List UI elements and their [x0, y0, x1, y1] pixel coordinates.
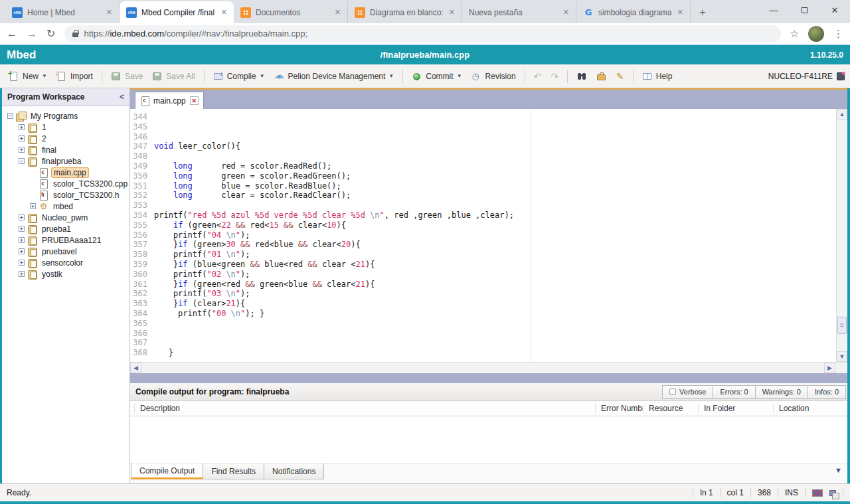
tree-item-mbed[interactable]: +⚙mbed — [2, 201, 129, 212]
tab-notifications[interactable]: Notifications — [264, 463, 324, 479]
expand-icon[interactable]: + — [19, 147, 25, 153]
collapse-icon[interactable]: − — [19, 158, 25, 164]
import-button[interactable]: ↓ Import — [53, 68, 96, 84]
scroll-down-icon[interactable]: ▼ — [837, 351, 847, 362]
browser-menu-icon[interactable]: ⋮ — [833, 28, 843, 40]
forward-icon[interactable]: → — [27, 28, 37, 40]
tree-item-final[interactable]: +final — [2, 144, 129, 155]
save-button[interactable]: Save — [108, 68, 146, 84]
tree-item-scolor-tcs3200-h[interactable]: hscolor_TCS3200.h — [2, 189, 129, 201]
tab-close-icon[interactable]: ✕ — [676, 8, 685, 17]
tab-close-icon[interactable]: ✕ — [562, 8, 570, 17]
tree-item-1[interactable]: +1 — [2, 122, 129, 133]
profile-avatar[interactable] — [808, 26, 824, 42]
undo-button[interactable]: ↶ — [531, 68, 545, 84]
tree-item-my-programs[interactable]: −My Programs — [2, 110, 129, 122]
code-editor[interactable]: 344345346347void leer_color(){348349 lon… — [130, 109, 847, 362]
line-number: 355 — [130, 220, 147, 230]
tree-item-yostik[interactable]: +yostik — [2, 268, 129, 280]
column-in-folder[interactable]: In Folder — [698, 404, 773, 414]
tab-close-icon[interactable]: ✕ — [220, 8, 228, 17]
tree-item-finalprueba[interactable]: −finalprueba — [2, 155, 129, 167]
url-field[interactable]: https://ide.mbed.com/compiler/#nav:/fina… — [64, 25, 780, 42]
scroll-left-icon[interactable]: ◀ — [130, 363, 141, 373]
horizontal-scrollbar[interactable]: ◀ ▶ — [130, 362, 847, 373]
code-line: 367 — [130, 338, 836, 348]
line-number: 362 — [130, 289, 147, 299]
expand-icon[interactable]: + — [19, 237, 25, 243]
back-icon[interactable]: ← — [7, 28, 17, 40]
help-button[interactable]: Help — [639, 68, 676, 84]
browser-tab-home[interactable]: ARM Home | Mbed ✕ — [5, 1, 120, 23]
column-location[interactable]: Location — [773, 404, 847, 414]
format-button[interactable] — [593, 68, 610, 84]
save-all-button[interactable]: Save All — [149, 68, 198, 84]
warnings-filter-button[interactable]: Warnings: 0 — [755, 385, 808, 399]
tree-item-pruebaaaa121[interactable]: +PRUEBAaaa121 — [2, 234, 129, 246]
find-button[interactable] — [573, 68, 590, 84]
tab-compile-output[interactable]: Compile Output — [131, 463, 203, 479]
restore-button[interactable] — [789, 0, 819, 20]
tree-item-sensorcolor[interactable]: +sensorcolor — [2, 257, 129, 268]
tree-item-label: mbed — [51, 202, 75, 211]
tree-item-main-cpp[interactable]: cmain.cpp — [2, 167, 129, 178]
editor-tab-close-icon[interactable]: ✕ — [190, 96, 199, 105]
flag-icon[interactable] — [812, 489, 823, 497]
redo-button[interactable]: ↷ — [547, 68, 562, 84]
expand-icon[interactable]: + — [19, 248, 25, 254]
tree-item-nucleo-pwm[interactable]: +Nucleo_pwm — [2, 212, 129, 223]
new-tab-button[interactable]: + — [693, 3, 712, 22]
browser-tab-diagrama[interactable]: Diagrama en blanco: ✕ — [348, 1, 462, 23]
panel-splitter[interactable] — [130, 373, 847, 383]
scroll-right-icon[interactable]: ▶ — [824, 363, 835, 373]
tree-item-scolor-tcs3200-cpp[interactable]: cscolor_TCS3200.cpp — [2, 178, 129, 189]
layers-icon[interactable] — [829, 490, 836, 496]
refresh-icon[interactable]: ↻ — [46, 27, 55, 40]
new-button[interactable]: + New▼ — [5, 68, 50, 84]
verbose-checkbox[interactable] — [669, 388, 676, 395]
code-line: 356 printf("04 \n"); — [130, 230, 836, 240]
scrollbar-thumb[interactable] — [837, 317, 847, 334]
tab-close-icon[interactable]: ✕ — [448, 8, 456, 17]
browser-tab-simbologia[interactable]: G simbologia diagrama ✕ — [576, 1, 691, 23]
tree-item-prueba1[interactable]: +prueba1 — [2, 223, 129, 234]
browser-tab-nueva[interactable]: Nueva pestaña ✕ — [462, 1, 576, 23]
edit-button[interactable]: ✎ — [613, 68, 628, 84]
column-error-number[interactable]: Error Number — [595, 404, 643, 414]
lucidchart-favicon — [240, 7, 251, 18]
column-description[interactable]: Description — [134, 404, 595, 414]
expand-icon[interactable]: + — [19, 135, 25, 141]
editor-tab-main-cpp[interactable]: c main.cpp ✕ — [135, 92, 204, 109]
expand-icon[interactable]: + — [19, 271, 25, 277]
tab-close-icon[interactable]: ✕ — [105, 8, 114, 17]
infos-filter-button[interactable]: Infos: 0 — [808, 385, 846, 399]
expand-icon[interactable]: + — [19, 260, 25, 266]
collapse-icon[interactable]: − — [7, 113, 13, 119]
expand-icon[interactable]: + — [30, 203, 36, 209]
mbed-logo[interactable]: Mbed — [7, 48, 133, 62]
tree-item-pruebavel[interactable]: +pruebavel — [2, 246, 129, 257]
minimize-button[interactable]: — — [758, 0, 789, 20]
revision-button[interactable]: ◷ Revision — [468, 68, 519, 84]
expand-icon[interactable]: + — [19, 124, 25, 130]
tab-close-icon[interactable]: ✕ — [333, 8, 342, 17]
collapse-sidebar-icon[interactable]: < — [120, 92, 124, 102]
close-button[interactable]: ✕ — [819, 0, 850, 20]
verbose-toggle[interactable]: Verbose — [662, 385, 713, 399]
browser-tab-documentos[interactable]: Documentos ✕ — [234, 1, 348, 23]
browser-tab-compiler[interactable]: ARM Mbed Compiler /final ✕ — [120, 1, 234, 23]
bookmark-star-icon[interactable]: ☆ — [790, 28, 799, 40]
expand-icon[interactable]: + — [19, 226, 25, 232]
commit-button[interactable]: Commit▼ — [408, 68, 465, 84]
tab-find-results[interactable]: Find Results — [203, 463, 264, 479]
device-selector[interactable]: NUCLEO-F411RE — [768, 72, 845, 81]
scroll-up-icon[interactable]: ▲ — [837, 109, 847, 120]
collapse-panel-icon[interactable]: ▼ — [835, 466, 842, 474]
errors-filter-button[interactable]: Errors: 0 — [713, 385, 755, 399]
program-icon — [27, 123, 37, 132]
compile-button[interactable]: Compile▼ — [210, 68, 268, 84]
column-resource[interactable]: Resource — [643, 404, 698, 414]
expand-icon[interactable]: + — [19, 214, 25, 220]
pelion-button[interactable]: ☁↑ Pelion Device Management▼ — [271, 68, 398, 84]
tree-item-2[interactable]: +2 — [2, 133, 129, 144]
